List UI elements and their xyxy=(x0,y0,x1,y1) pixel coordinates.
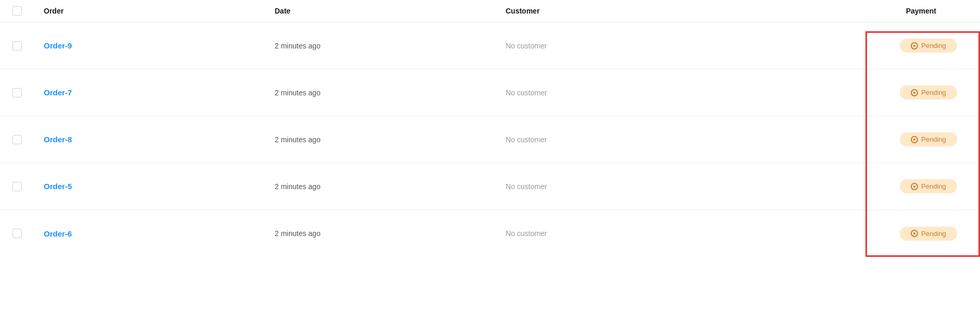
order-cell: Order-9 xyxy=(44,41,275,50)
date-header: Date xyxy=(275,7,506,15)
pending-icon xyxy=(911,230,918,237)
order-link[interactable]: Order-9 xyxy=(44,41,72,50)
row-checkbox-cell xyxy=(12,229,44,238)
order-link[interactable]: Order-8 xyxy=(44,135,72,144)
select-all-checkbox[interactable] xyxy=(12,6,22,16)
customer-cell: No customer xyxy=(506,42,737,50)
date-cell: 2 minutes ago xyxy=(275,135,506,144)
table-row: Order-8 2 minutes ago No customer Pendin… xyxy=(0,116,980,163)
row-checkbox-cell xyxy=(12,135,44,144)
order-header: Order xyxy=(44,7,275,15)
order-cell: Order-7 xyxy=(44,88,275,97)
payment-status: Pending xyxy=(921,42,946,49)
table-row: Order-6 2 minutes ago No customer Pendin… xyxy=(0,210,980,257)
row-checkbox-1[interactable] xyxy=(12,88,22,97)
date-cell: 2 minutes ago xyxy=(275,182,506,191)
row-checkbox-cell xyxy=(12,41,44,51)
date-cell: 2 minutes ago xyxy=(275,89,506,97)
customer-cell: No customer xyxy=(506,135,737,144)
payment-cell: Pending xyxy=(737,132,968,146)
row-checkbox-0[interactable] xyxy=(12,41,22,51)
table-row: Order-5 2 minutes ago No customer Pendin… xyxy=(0,163,980,210)
payment-cell: Pending xyxy=(737,85,968,100)
table-wrapper: Order Date Customer Payment Order-9 2 mi… xyxy=(0,0,980,257)
header-checkbox-cell xyxy=(12,6,44,16)
payment-header: Payment xyxy=(737,7,968,15)
payment-status: Pending xyxy=(921,89,946,96)
orders-table-container: Order Date Customer Payment Order-9 2 mi… xyxy=(0,0,980,310)
row-checkbox-3[interactable] xyxy=(12,182,22,191)
payment-badge[interactable]: Pending xyxy=(900,85,957,100)
customer-cell: No customer xyxy=(506,229,737,238)
table-row: Order-9 2 minutes ago No customer Pendin… xyxy=(0,22,980,69)
row-checkbox-cell xyxy=(12,88,44,97)
payment-cell: Pending xyxy=(737,227,968,241)
payment-badge[interactable]: Pending xyxy=(900,132,957,146)
pending-icon xyxy=(911,136,918,143)
order-cell: Order-8 xyxy=(44,135,275,144)
row-checkbox-cell xyxy=(12,182,44,191)
order-cell: Order-5 xyxy=(44,182,275,191)
order-link[interactable]: Order-5 xyxy=(44,182,72,191)
table-body: Order-9 2 minutes ago No customer Pendin… xyxy=(0,22,980,257)
customer-cell: No customer xyxy=(506,182,737,191)
pending-icon xyxy=(911,183,918,190)
customer-header: Customer xyxy=(506,7,737,15)
payment-status: Pending xyxy=(921,135,946,143)
payment-badge[interactable]: Pending xyxy=(900,39,957,53)
payment-status: Pending xyxy=(921,182,946,190)
pending-icon xyxy=(911,42,918,49)
payment-status: Pending xyxy=(921,230,946,238)
order-cell: Order-6 xyxy=(44,229,275,238)
pending-icon xyxy=(911,89,918,96)
payment-badge[interactable]: Pending xyxy=(900,227,957,241)
date-cell: 2 minutes ago xyxy=(275,42,506,50)
row-checkbox-2[interactable] xyxy=(12,135,22,144)
date-cell: 2 minutes ago xyxy=(275,229,506,238)
payment-cell: Pending xyxy=(737,39,968,53)
customer-cell: No customer xyxy=(506,89,737,97)
order-link[interactable]: Order-6 xyxy=(44,229,72,238)
payment-badge[interactable]: Pending xyxy=(900,179,957,193)
row-checkbox-4[interactable] xyxy=(12,229,22,238)
table-header: Order Date Customer Payment xyxy=(0,0,980,22)
table-row: Order-7 2 minutes ago No customer Pendin… xyxy=(0,69,980,116)
order-link[interactable]: Order-7 xyxy=(44,88,72,97)
payment-cell: Pending xyxy=(737,179,968,193)
